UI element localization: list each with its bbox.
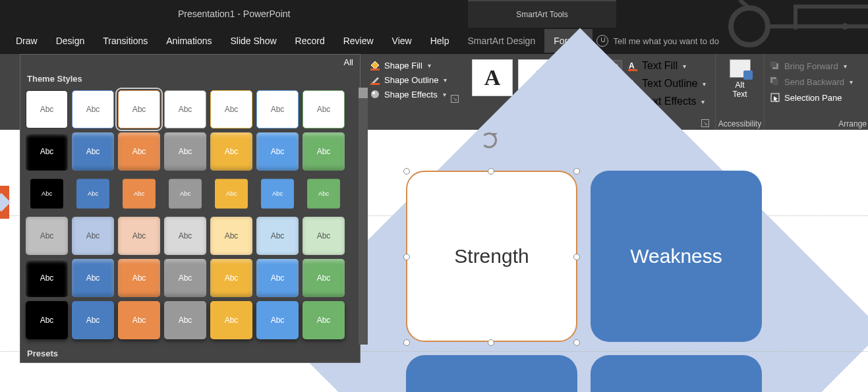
theme-style-swatch[interactable]: Abc <box>215 179 248 208</box>
selection-pane-button[interactable]: Selection Pane <box>768 90 865 105</box>
theme-style-swatch[interactable]: Abc <box>210 217 252 255</box>
theme-style-swatch[interactable]: Abc <box>118 259 160 297</box>
theme-style-swatch[interactable]: Abc <box>118 90 160 128</box>
theme-style-swatch[interactable]: Abc <box>256 132 299 171</box>
theme-style-swatch[interactable]: Abc <box>303 217 345 255</box>
tab-view[interactable]: View <box>383 29 421 53</box>
tab-review[interactable]: Review <box>334 29 383 53</box>
rotation-handle[interactable] <box>481 132 501 152</box>
theme-style-swatch[interactable]: Abc <box>164 217 206 255</box>
theme-style-swatch[interactable]: Abc <box>169 179 202 208</box>
theme-style-swatch[interactable]: Abc <box>26 301 68 339</box>
theme-style-swatch[interactable]: Abc <box>210 259 252 297</box>
theme-style-swatch[interactable]: Abc <box>164 259 206 297</box>
ribbon-tabs: Draw Design Transitions Animations Slide… <box>0 28 868 54</box>
svg-rect-8 <box>628 69 637 71</box>
tab-slide-show[interactable]: Slide Show <box>221 29 285 53</box>
selection-handle[interactable] <box>573 168 580 175</box>
theme-style-swatch[interactable]: Abc <box>256 90 299 128</box>
shape-styles-gallery: All Theme Styles AbcAbcAbcAbcAbcAbcAbcAb… <box>20 54 361 363</box>
arrange-group-label: Arrange <box>768 119 868 128</box>
theme-style-swatch[interactable]: Abc <box>26 217 68 255</box>
smartart-box-strength[interactable]: Strength <box>406 171 577 342</box>
theme-style-swatch[interactable]: Abc <box>118 217 160 255</box>
tell-me-search[interactable]: Tell me what you want to do <box>596 35 719 47</box>
theme-style-swatch[interactable]: Abc <box>30 179 63 208</box>
theme-style-swatch[interactable]: Abc <box>72 301 114 339</box>
theme-style-swatch[interactable]: Abc <box>123 179 156 208</box>
bulb-icon <box>596 35 608 47</box>
theme-style-swatch[interactable]: Abc <box>307 179 340 208</box>
bucket-icon <box>370 60 380 70</box>
svg-rect-13 <box>770 61 776 67</box>
theme-style-swatch[interactable]: Abc <box>26 132 68 171</box>
theme-style-swatch[interactable]: Abc <box>72 217 114 255</box>
selection-pane-icon <box>770 92 780 103</box>
theme-style-swatch[interactable]: Abc <box>164 90 206 128</box>
contextual-tab-label: SmartArt Tools <box>468 0 616 28</box>
theme-style-swatch[interactable]: Abc <box>76 179 109 208</box>
theme-style-swatch[interactable]: Abc <box>118 132 160 171</box>
theme-style-swatch[interactable]: Abc <box>164 301 206 339</box>
theme-style-swatch[interactable]: Abc <box>72 259 114 297</box>
theme-style-swatch[interactable]: Abc <box>26 259 68 297</box>
alt-text-icon[interactable] <box>730 59 751 78</box>
chevron-down-icon: ▾ <box>683 63 686 70</box>
selection-handle[interactable] <box>488 339 494 346</box>
tab-draw[interactable]: Draw <box>7 29 47 53</box>
theme-style-swatch[interactable]: Abc <box>72 90 114 128</box>
theme-style-swatch[interactable]: Abc <box>303 132 345 171</box>
svg-point-6 <box>372 92 375 94</box>
text-fill-button[interactable]: A Text Fill▾ <box>626 58 707 74</box>
selection-handle[interactable] <box>403 168 410 175</box>
theme-style-swatch[interactable]: Abc <box>256 217 299 255</box>
svg-text:A: A <box>629 61 635 70</box>
pen-icon <box>370 74 380 85</box>
gallery-scrollbar[interactable] <box>359 88 368 345</box>
theme-style-swatch[interactable]: Abc <box>26 90 68 128</box>
theme-styles-grid: AbcAbcAbcAbcAbcAbcAbcAbcAbcAbcAbcAbcAbcA… <box>26 88 355 345</box>
theme-style-swatch[interactable]: Abc <box>164 132 206 171</box>
theme-style-swatch[interactable]: Abc <box>256 301 299 339</box>
shape-fill-button[interactable]: Shape Fill▾ <box>368 58 459 72</box>
gallery-all-filter[interactable]: All <box>344 57 353 67</box>
selection-handle[interactable] <box>403 254 410 260</box>
theme-style-swatch[interactable]: Abc <box>303 259 345 297</box>
smartart-box-bottom-left[interactable] <box>406 355 577 392</box>
wordart-dialog-launcher[interactable]: ↘ <box>701 119 709 127</box>
shape-outline-button[interactable]: Shape Outline▾ <box>368 72 459 87</box>
shape-dialog-launcher[interactable]: ↘ <box>451 95 459 103</box>
send-backward-button[interactable]: Send Backward▾ <box>768 74 865 90</box>
effects-icon <box>370 89 380 99</box>
smartart-box-bottom-right[interactable] <box>591 355 762 392</box>
tab-design[interactable]: Design <box>47 29 94 53</box>
selection-handle[interactable] <box>573 339 580 346</box>
svg-rect-3 <box>370 69 380 70</box>
app-title: Presentation1 - PowerPoint <box>178 9 290 19</box>
chevron-down-icon: ▾ <box>443 91 446 98</box>
tab-animations[interactable]: Animations <box>157 29 221 53</box>
bring-forward-button[interactable]: Bring Forward▾ <box>768 58 865 74</box>
shape-effects-button[interactable]: Shape Effects▾ <box>368 87 459 101</box>
theme-style-swatch[interactable]: Abc <box>256 259 299 297</box>
theme-style-swatch[interactable]: Abc <box>210 132 252 171</box>
theme-style-swatch[interactable]: Abc <box>72 132 114 171</box>
text-fill-icon: A <box>627 61 638 71</box>
tab-smartart-design[interactable]: SmartArt Design <box>458 29 544 53</box>
tab-transitions[interactable]: Transitions <box>94 29 157 53</box>
chevron-down-icon: ▾ <box>850 78 853 86</box>
theme-style-swatch[interactable]: Abc <box>303 90 345 128</box>
selection-handle[interactable] <box>488 168 494 175</box>
smartart-box-weakness[interactable]: Weakness <box>591 171 762 342</box>
theme-style-swatch[interactable]: Abc <box>303 301 345 339</box>
bring-forward-icon <box>770 61 780 71</box>
wordart-preset-1[interactable]: A <box>472 59 513 96</box>
theme-style-swatch[interactable]: Abc <box>210 301 252 339</box>
tab-record[interactable]: Record <box>286 29 334 53</box>
tab-help[interactable]: Help <box>421 29 459 53</box>
theme-style-swatch[interactable]: Abc <box>118 301 160 339</box>
selection-handle[interactable] <box>573 254 580 260</box>
selection-handle[interactable] <box>403 339 410 346</box>
theme-style-swatch[interactable]: Abc <box>261 179 294 208</box>
theme-style-swatch[interactable]: Abc <box>210 90 252 128</box>
